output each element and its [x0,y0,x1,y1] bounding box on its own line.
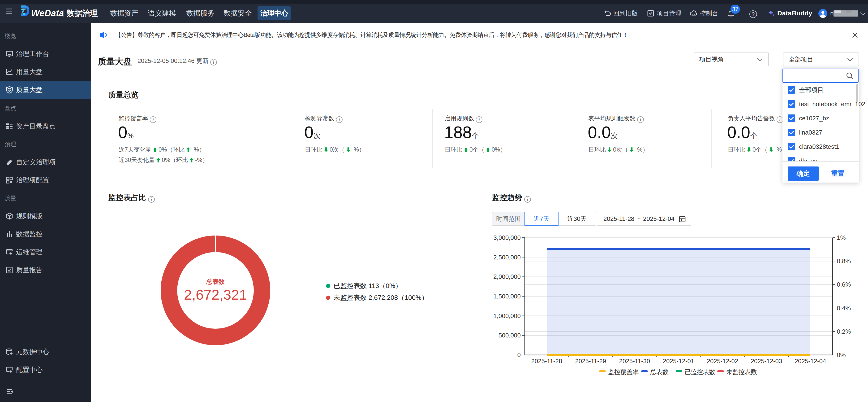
svg-text:2,500,000: 2,500,000 [493,254,521,261]
svg-text:0.6%: 0.6% [837,281,851,288]
svg-text:0: 0 [518,351,521,358]
svg-text:2,000,000: 2,000,000 [493,273,521,280]
svg-text:2025-12-01: 2025-12-01 [663,357,694,365]
svg-text:2025-12-03: 2025-12-03 [751,357,782,365]
svg-text:总表数: 总表数 [650,368,669,375]
svg-text:未监控表数: 未监控表数 [726,368,757,375]
svg-text:1,500,000: 1,500,000 [493,293,521,300]
svg-text:2025-12-04: 2025-12-04 [795,357,826,365]
svg-text:2025-11-28: 2025-11-28 [531,357,562,365]
svg-text:已监控表数: 已监控表数 [685,368,715,375]
svg-text:2025-11-29: 2025-11-29 [575,357,606,365]
svg-text:1%: 1% [837,234,846,241]
svg-text:2025-11-30: 2025-11-30 [619,357,650,365]
svg-text:500,000: 500,000 [498,332,521,339]
svg-text:0%: 0% [837,351,846,358]
svg-text:0.8%: 0.8% [837,258,851,265]
svg-text:0.4%: 0.4% [837,305,851,312]
svg-text:1,000,000: 1,000,000 [493,312,521,319]
svg-text:监控覆盖率: 监控覆盖率 [608,368,639,375]
svg-text:2025-12-02: 2025-12-02 [707,357,738,365]
svg-text:3,000,000: 3,000,000 [493,234,521,241]
svg-text:0.2%: 0.2% [837,328,851,335]
